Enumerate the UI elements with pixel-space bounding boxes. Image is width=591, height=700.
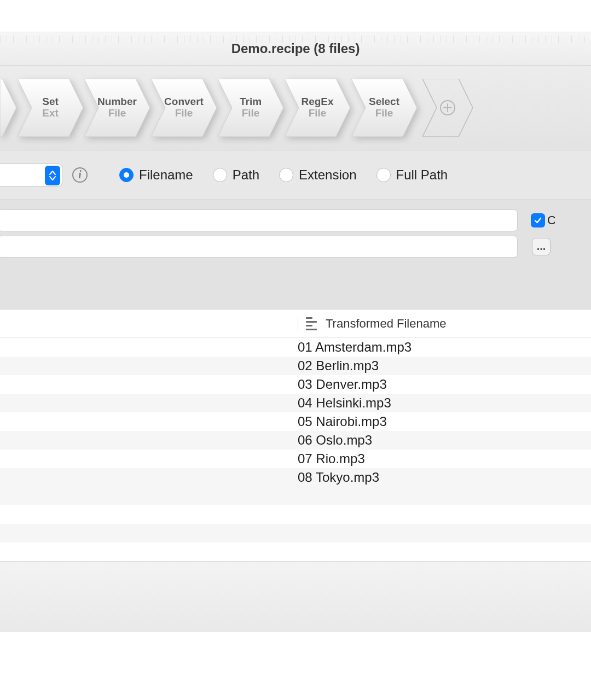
plus-circle-icon [439, 100, 456, 116]
action-select[interactable] [0, 164, 62, 186]
radio-icon [119, 168, 134, 182]
select-stepper-icon[interactable] [45, 166, 60, 185]
radio-label: Path [233, 167, 259, 183]
radio-label: Extension [299, 167, 356, 183]
table-row[interactable]: 03 Denver.mp3 [0, 375, 591, 394]
step-leading-arrow [0, 79, 16, 137]
titlebar: Demo.recipe (8 files) [0, 32, 591, 66]
table-header[interactable]: Transformed Filename [0, 310, 591, 338]
step-set-ext[interactable]: Set Ext [18, 79, 83, 137]
step-strip: Set Ext Number File Convert File Trim Fi… [0, 66, 591, 150]
recipe-title: Demo.recipe (8 files) [231, 41, 360, 56]
radio-icon [213, 168, 227, 182]
radio-filename[interactable]: Filename [119, 167, 193, 183]
radio-full-path[interactable]: Full Path [376, 167, 448, 183]
radio-label: Filename [139, 167, 193, 183]
radio-icon [376, 168, 391, 182]
results-table: Transformed Filename 01 Amsterdam.mp302 … [0, 310, 591, 561]
radio-extension[interactable]: Extension [279, 167, 356, 183]
table-row[interactable]: 05 Nairobi.mp3 [0, 412, 591, 431]
radio-icon [279, 168, 293, 182]
list-icon [306, 317, 319, 330]
checkbox-label: C [547, 213, 555, 228]
step-convert-file[interactable]: Convert File [151, 79, 217, 137]
step-select-file[interactable]: Select File [351, 79, 417, 137]
radio-label: Full Path [396, 167, 448, 183]
column-header-label: Transformed Filename [326, 317, 446, 331]
column-divider [298, 316, 298, 332]
empty-rows [0, 487, 591, 561]
footer-area [0, 561, 591, 632]
radio-path[interactable]: Path [213, 167, 259, 183]
step-trim-file[interactable]: Trim File [218, 79, 283, 137]
option-bar: i Filename Path Extension Full Path [0, 150, 591, 200]
step-number-file[interactable]: Number File [84, 79, 150, 137]
add-step-button[interactable] [422, 79, 473, 137]
table-row[interactable]: 07 Rio.mp3 [0, 450, 591, 468]
table-body: 01 Amsterdam.mp302 Berlin.mp303 Denver.m… [0, 338, 591, 487]
target-radio-group: Filename Path Extension Full Path [119, 167, 448, 183]
option-checkbox[interactable] [531, 213, 545, 228]
more-button[interactable]: ... [532, 238, 551, 255]
table-row[interactable]: 04 Helsinki.mp3 [0, 394, 591, 412]
input-area: C ... [0, 200, 591, 310]
find-input[interactable] [0, 209, 518, 231]
table-row[interactable]: 01 Amsterdam.mp3 [0, 338, 591, 357]
replace-input[interactable] [0, 236, 518, 258]
table-row[interactable]: 02 Berlin.mp3 [0, 357, 591, 375]
table-row[interactable]: 08 Tokyo.mp3 [0, 468, 591, 487]
info-icon[interactable]: i [72, 167, 88, 183]
table-row[interactable]: 06 Oslo.mp3 [0, 431, 591, 450]
step-regex-file[interactable]: RegEx File [285, 79, 350, 137]
